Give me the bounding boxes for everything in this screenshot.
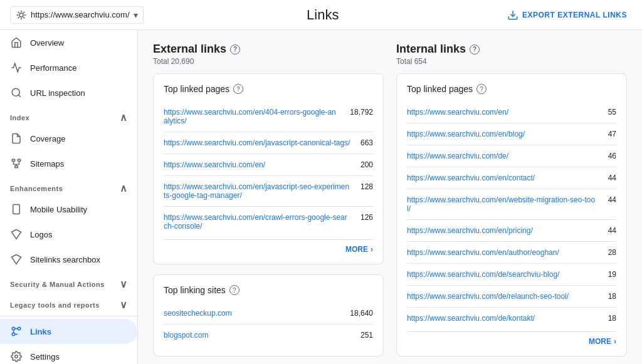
link-count: 55 — [608, 108, 616, 117]
link-url[interactable]: https://www.searchviu.com/en/author/eogh… — [407, 248, 598, 257]
internal-links-header: Internal links ? Total 654 — [396, 43, 627, 66]
sidebar-item-sitemaps[interactable]: Sitemaps — [0, 151, 137, 176]
table-row[interactable]: blogspot.com251 — [164, 324, 373, 346]
sidebar-item-logos-label: Logos — [30, 230, 52, 239]
sidebar-item-mobile-usability-label: Mobile Usability — [30, 205, 87, 214]
main-content: External links ? Total 20,690 Top linked… — [138, 30, 642, 364]
external-links-column: External links ? Total 20,690 Top linked… — [153, 43, 384, 364]
sidebar-section-security-label: Security & Manual Actions — [10, 281, 105, 288]
link-url[interactable]: https://www.searchviu.com/en/404-errors-… — [164, 108, 340, 125]
sidebar-item-url-inspection[interactable]: URL inspection — [0, 80, 137, 105]
link-url[interactable]: blogspot.com — [164, 331, 350, 340]
svg-rect-4 — [12, 159, 15, 161]
link-count: 18,640 — [350, 309, 373, 318]
sidebar-section-index[interactable]: Index ∧ — [0, 105, 137, 126]
link-count: 44 — [608, 226, 616, 235]
external-top-linking-sites-title: Top linking sites ? — [164, 285, 373, 295]
top-linking-sites-help-icon[interactable]: ? — [229, 285, 239, 295]
external-links-help-icon[interactable]: ? — [230, 44, 240, 55]
sidebar-item-performance[interactable]: Performance — [0, 55, 137, 80]
table-row[interactable]: https://www.searchviu.com/en/javascript-… — [164, 175, 373, 206]
external-links-title: External links ? — [153, 43, 384, 56]
link-url[interactable]: https://www.searchviu.com/en/blog/ — [407, 130, 598, 138]
site-selector[interactable]: https://www.searchviu.com/ ▾ — [10, 6, 144, 24]
internal-links-total: Total 654 — [396, 57, 627, 66]
internal-top-linked-pages-help-icon[interactable]: ? — [476, 84, 487, 94]
internal-linked-pages-more-button[interactable]: MORE › — [407, 331, 616, 346]
sidebar-item-sitelinks-searchbox-label: Sitelinks searchbox — [30, 255, 100, 264]
table-row[interactable]: https://www.searchviu.com/en/author/eogh… — [407, 241, 616, 263]
top-linked-pages-help-icon[interactable]: ? — [233, 84, 243, 94]
table-row[interactable]: https://www.searchviu.com/en/200 — [164, 153, 373, 175]
table-row[interactable]: https://www.searchviu.com/de/kontakt/18 — [407, 307, 616, 329]
sidebar-section-enhancements[interactable]: Enhancements ∧ — [0, 176, 137, 197]
link-url[interactable]: https://www.searchviu.com/en/crawl-error… — [164, 213, 350, 231]
external-linked-pages-more-button[interactable]: MORE › — [164, 239, 373, 254]
sidebar-item-performance-label: Performance — [30, 63, 76, 73]
chevron-right-icon-2: › — [614, 337, 616, 346]
sidebar-item-mobile-usability[interactable]: Mobile Usability — [0, 197, 137, 222]
link-url[interactable]: https://www.searchviu.com/de/ — [407, 152, 598, 160]
table-row[interactable]: https://www.searchviu.com/en/pricing/44 — [407, 219, 616, 241]
svg-marker-13 — [12, 230, 21, 239]
sidebar-section-index-label: Index — [10, 114, 29, 122]
sidebar-item-logos[interactable]: Logos — [0, 222, 137, 247]
link-count: 663 — [360, 138, 373, 147]
link-count: 47 — [608, 130, 616, 138]
sidebar-item-settings[interactable]: Settings — [0, 344, 137, 364]
link-url[interactable]: https://www.searchviu.com/en/javascript-… — [164, 138, 350, 147]
home-icon — [10, 36, 23, 49]
sidebar-item-coverage[interactable]: Coverage — [0, 126, 137, 151]
link-url[interactable]: https://www.searchviu.com/en/contact/ — [407, 174, 598, 182]
sidebar-section-security[interactable]: Security & Manual Actions ∨ — [0, 272, 137, 293]
link-url[interactable]: https://www.searchviu.com/en/javascript-… — [164, 182, 350, 200]
sidebar-section-legacy[interactable]: Legacy tools and reports ∨ — [0, 293, 137, 313]
link-count: 28 — [608, 248, 616, 257]
svg-point-15 — [12, 327, 15, 330]
table-row[interactable]: https://www.searchviu.com/de/46 — [407, 145, 616, 167]
table-row[interactable]: https://www.searchviu.com/en/blog/47 — [407, 123, 616, 145]
sidebar-item-settings-label: Settings — [30, 352, 60, 361]
table-row[interactable]: https://www.searchviu.com/en/contact/44 — [407, 167, 616, 189]
link-url[interactable]: https://www.searchviu.com/en/pricing/ — [407, 226, 598, 235]
table-row[interactable]: https://www.searchviu.com/en/55 — [407, 101, 616, 123]
link-count: 46 — [608, 152, 616, 160]
link-url[interactable]: https://www.searchviu.com/en/ — [164, 160, 350, 169]
top-bar-left: https://www.searchviu.com/ ▾ — [10, 6, 144, 24]
sidebar-item-links[interactable]: Links — [0, 319, 137, 344]
chevron-down-icon: ∨ — [120, 278, 128, 290]
table-row[interactable]: https://www.searchviu.com/en/javascript-… — [164, 132, 373, 153]
link-url[interactable]: https://www.searchviu.com/de/kontakt/ — [407, 314, 598, 323]
table-row[interactable]: https://www.searchviu.com/de/relaunch-se… — [407, 285, 616, 307]
internal-links-help-icon[interactable]: ? — [470, 44, 480, 55]
chevron-right-icon: › — [371, 245, 373, 254]
link-count: 128 — [360, 182, 373, 191]
external-linked-pages-rows: https://www.searchviu.com/en/404-errors-… — [164, 101, 373, 237]
diamond2-icon — [10, 253, 23, 266]
link-url[interactable]: https://www.searchviu.com/en/website-mig… — [407, 195, 598, 213]
link-url[interactable]: https://www.searchviu.com/de/searchviu-b… — [407, 270, 598, 279]
link-url[interactable]: seositecheckup.com — [164, 309, 340, 318]
svg-line-3 — [18, 95, 20, 96]
sidebar-item-sitelinks-searchbox[interactable]: Sitelinks searchbox — [0, 247, 137, 272]
link-url[interactable]: https://www.searchviu.com/en/ — [407, 108, 598, 117]
table-row[interactable]: https://www.searchviu.com/de/searchviu-b… — [407, 263, 616, 285]
sidebar: Overview Performance URL inspection Inde… — [0, 30, 138, 364]
columns: External links ? Total 20,690 Top linked… — [153, 43, 627, 364]
chevron-up-icon: ∧ — [120, 112, 128, 123]
export-external-links-button[interactable]: EXPORT EXTERNAL LINKS — [502, 4, 632, 26]
table-row[interactable]: https://www.searchviu.com/en/website-mig… — [407, 189, 616, 219]
external-linking-sites-rows: seositecheckup.com18,640blogspot.com251 — [164, 303, 373, 346]
table-row[interactable]: seositecheckup.com18,640 — [164, 303, 373, 324]
table-row[interactable]: https://www.searchviu.com/en/404-errors-… — [164, 101, 373, 132]
sidebar-item-url-inspection-label: URL inspection — [30, 88, 85, 98]
sidebar-item-overview[interactable]: Overview — [0, 30, 137, 55]
link-url[interactable]: https://www.searchviu.com/de/relaunch-se… — [407, 292, 598, 301]
link-count: 251 — [360, 331, 373, 340]
gear-icon — [10, 350, 23, 363]
link-count: 44 — [608, 174, 616, 182]
table-row[interactable]: https://www.searchviu.com/en/crawl-error… — [164, 206, 373, 237]
sidebar-section-enhancements-label: Enhancements — [10, 185, 63, 192]
link-count: 126 — [360, 213, 373, 222]
sidebar-item-sitemaps-label: Sitemaps — [30, 159, 64, 169]
